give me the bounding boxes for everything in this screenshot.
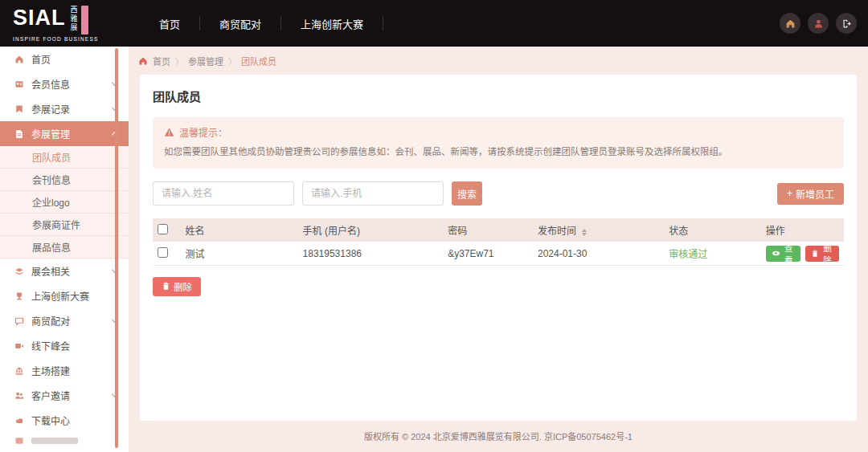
nav-home[interactable]: 首页 [140,0,199,47]
footer-copyright: 版权所有 © 2024 北京爱博西雅展览有限公司. 京ICP备05075462号… [129,421,868,452]
nav-shanghai-innovation[interactable]: 上海创新大赛 [281,0,383,47]
filter-bar: 搜索 + 新增员工 [153,181,844,206]
cell-name: 测试 [180,242,297,265]
sidebar-item-expo-related[interactable]: 展会相关 [0,259,129,283]
breadcrumb-separator: 〉 [175,55,183,67]
top-nav: 首页 商贸配对 上海创新大赛 [140,0,383,47]
brand-cn-text: 西雅展 [70,6,78,32]
breadcrumb-item-home[interactable]: 首页 [153,55,170,67]
sidebar-item-home[interactable]: 首页 [0,47,129,71]
sidebar: 首页 会员信息 参展记录 参展管理 团队成员 会刊信息 企业logo 参展商证件… [0,47,129,452]
brand-text: SIAL [13,6,66,30]
layers-icon [14,267,24,276]
sidebar-item-team-members[interactable]: 团队成员 [0,146,129,169]
breadcrumb-separator: 〉 [228,55,236,67]
header-phone: 手机 (用户名) [298,218,444,242]
id-card-icon [14,79,24,89]
search-button[interactable]: 搜索 [452,181,482,206]
add-employee-button[interactable]: + 新增员工 [777,183,844,205]
team-members-table: 姓名 手机 (用户名) 密码 发布时间 状态 操作 测试 18319531386 [153,218,844,266]
bookmark-icon [14,104,24,114]
breadcrumb-item-team-members: 团队成员 [241,55,276,67]
page-title: 团队成员 [153,88,844,104]
nav-business-matching[interactable]: 商贸配对 [200,0,280,47]
sidebar-item-shanghai-innovation[interactable]: 上海创新大赛 [0,283,129,308]
plus-icon: + [787,188,792,199]
clipped-label [31,438,78,444]
exhibit-management-submenu: 团队成员 会刊信息 企业logo 参展商证件 展品信息 [0,146,129,259]
bank-icon [14,366,24,376]
home-icon [138,56,148,66]
sidebar-scrollbar[interactable] [115,48,118,448]
user-icon[interactable] [808,13,829,34]
table-header-row: 姓名 手机 (用户名) 密码 发布时间 状态 操作 [153,218,844,242]
sidebar-item-exhibitor-badge[interactable]: 参展商证件 [0,214,129,236]
sidebar-item-company-logo[interactable]: 企业logo [0,191,129,214]
sidebar-item-exhibit-management[interactable]: 参展管理 [0,121,129,146]
table-row: 测试 18319531386 &y37Ew71 2024-01-30 审核通过 … [153,242,844,265]
warning-icon [164,127,174,137]
trophy-icon [14,291,24,301]
notice-body: 如您需要团队里其他成员协助管理贵公司的参展信息如：会刊、展品、新闻等，请按系统提… [164,145,833,159]
cell-password: &y37Ew71 [443,242,533,265]
sidebar-item-exhibit-records[interactable]: 参展记录 [0,96,129,121]
cell-phone: 18319531386 [298,242,444,265]
users-icon [14,391,24,401]
content-card: 团队成员 温馨提示： 如您需要团队里其他成员协助管理贵公司的参展信息如：会刊、展… [140,75,857,421]
notice-box: 温馨提示： 如您需要团队里其他成员协助管理贵公司的参展信息如：会刊、展品、新闻等… [153,117,844,169]
breadcrumb-item-exhibit-management[interactable]: 参展管理 [188,55,223,67]
sidebar-item-partial[interactable] [0,433,129,444]
sidebar-item-catalogue-info[interactable]: 会刊信息 [0,169,129,191]
brand-tagline: INSPIRE FOOD BUSINESS [13,36,98,42]
sidebar-item-customer-invitation[interactable]: 客户邀请 [0,383,129,408]
sidebar-item-download-center[interactable]: 下载中心 [0,408,129,433]
row-checkbox[interactable] [158,247,168,258]
sidebar-item-venue-construction[interactable]: 主场搭建 [0,358,129,383]
breadcrumb: 首页 〉 参展管理 〉 团队成员 [129,47,868,75]
square-icon [14,436,24,444]
trash-icon [811,250,819,258]
logout-icon[interactable] [836,13,857,34]
header-password: 密码 [443,218,533,242]
header-status: 状态 [664,218,760,242]
notice-title: 温馨提示： [179,125,227,139]
name-search-input[interactable] [153,181,294,206]
phone-search-input[interactable] [302,181,444,206]
header-name: 姓名 [180,218,297,242]
sort-icon[interactable] [582,229,587,236]
cell-date: 2024-01-30 [533,242,664,265]
status-badge: 审核通过 [664,242,760,265]
home-icon [14,55,24,64]
main-area: 首页 〉 参展管理 〉 团队成员 团队成员 温馨提示： 如您需要团队里其他成员协… [129,47,868,452]
sidebar-item-exhibit-info[interactable]: 展品信息 [0,236,129,259]
sidebar-item-member-info[interactable]: 会员信息 [0,71,129,96]
brand-badge [81,6,88,35]
select-all-checkbox[interactable] [158,224,168,234]
header-publish-date[interactable]: 发布时间 [533,218,664,242]
home-icon[interactable] [780,13,800,34]
bulk-delete-button[interactable]: 删除 [153,277,201,296]
trash-icon [162,282,170,291]
chat-icon [14,316,24,326]
top-bar: SIAL 西雅展 INSPIRE FOOD BUSINESS 首页 商贸配对 上… [0,0,868,47]
nav-divider [383,16,383,31]
eye-icon [772,249,780,258]
video-camera-icon [14,341,24,351]
cloud-download-icon [14,416,24,426]
delete-row-button[interactable]: 删除 [805,246,839,262]
header-actions: 操作 [761,218,844,242]
sidebar-item-offline-summit[interactable]: 线下峰会 [0,333,129,358]
view-button[interactable]: 查看 [766,246,800,262]
sidebar-item-business-matching[interactable]: 商贸配对 [0,308,129,333]
logo[interactable]: SIAL 西雅展 INSPIRE FOOD BUSINESS [0,0,129,47]
document-icon [14,129,24,139]
